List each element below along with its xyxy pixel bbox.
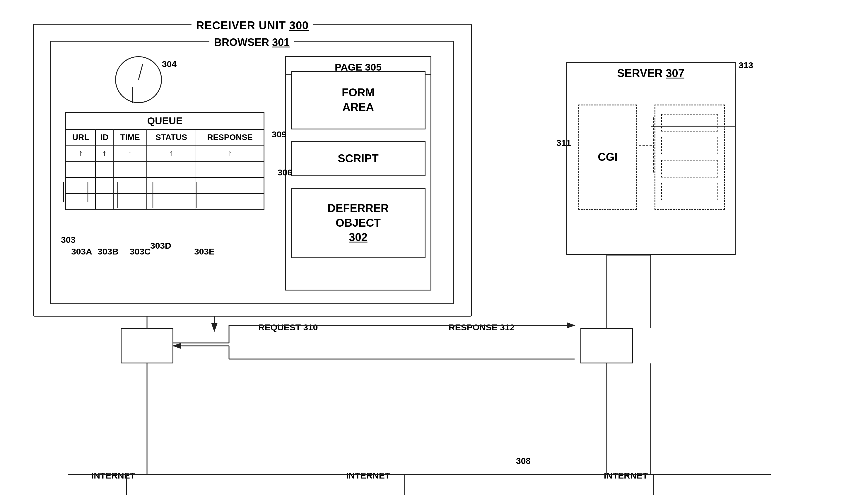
db-row-2 — [661, 137, 718, 154]
db-row-1 — [661, 114, 718, 132]
form-area-text: FORMAREA — [342, 85, 374, 114]
diagram-container: RECEIVER UNIT 300 BROWSER 301 304 QUEUE — [24, 15, 844, 489]
receiver-unit-title: RECEIVER UNIT 300 — [192, 19, 313, 32]
cgi-text: CGI — [598, 151, 618, 163]
network-box-right — [580, 328, 633, 363]
db-row-4 — [661, 183, 718, 200]
ref-306: 306 — [278, 167, 292, 177]
internet-label-right: INTERNET — [604, 471, 648, 481]
queue-ref-main: 303 — [61, 235, 75, 245]
queue-ref-b: 303B — [97, 247, 118, 257]
queue-ref-d: 303D — [150, 241, 171, 251]
form-area-box: FORMAREA — [291, 71, 425, 130]
response-text: RESPONSE 312 — [449, 322, 515, 332]
browser-title: BROWSER 301 — [209, 36, 294, 49]
request-text: REQUEST 310 — [258, 322, 318, 332]
arrow-time: ↑ — [128, 148, 132, 158]
ref-308: 308 — [516, 456, 531, 466]
arrow-response: ↑ — [228, 148, 232, 158]
server-title: SERVER 307 — [567, 63, 735, 81]
server-ref: 307 — [666, 67, 684, 79]
clock-ref: 304 — [162, 59, 177, 69]
clock-circle — [115, 56, 162, 103]
cgi-box: CGI — [578, 104, 637, 210]
ref-311: 311 — [556, 138, 571, 148]
clock-hand — [138, 64, 143, 80]
queue-table: URL ID TIME STATUS RESPONSE ↑ ↑ ↑ ↑ — [65, 129, 265, 210]
arrow-url: ↑ — [79, 148, 83, 158]
ref-313: 313 — [738, 60, 753, 70]
script-text: SCRIPT — [338, 152, 378, 165]
response-label: RESPONSE 312 — [449, 322, 515, 332]
db-box — [654, 104, 725, 210]
internet-label-center: INTERNET — [346, 471, 390, 481]
internet-label-left: INTERNET — [91, 471, 135, 481]
ref-309: 309 — [272, 130, 286, 140]
queue-ref-e: 303E — [194, 247, 215, 257]
table-row — [66, 194, 264, 210]
table-row: ↑ ↑ ↑ ↑ ↑ — [66, 145, 264, 161]
receiver-unit-box: RECEIVER UNIT 300 BROWSER 301 304 QUEUE — [33, 24, 472, 317]
browser-ref: 301 — [272, 36, 290, 48]
queue-ref-c: 303C — [130, 247, 151, 257]
db-row-3 — [661, 160, 718, 177]
receiver-ref: 300 — [289, 19, 309, 32]
script-box: SCRIPT — [291, 141, 425, 176]
col-time: TIME — [113, 129, 146, 145]
deferrer-text: DEFERREROBJECT302 — [328, 201, 389, 245]
queue-ref-a: 303A — [71, 247, 92, 257]
server-inner: CGI — [567, 81, 735, 249]
queue-container: QUEUE URL ID TIME STATUS RESPONSE ↑ — [65, 112, 265, 210]
request-label: REQUEST 310 — [258, 322, 318, 332]
arrow-id: ↑ — [103, 148, 106, 158]
col-url: URL — [66, 129, 96, 145]
browser-box: BROWSER 301 304 QUEUE URL ID TIME — [50, 41, 454, 304]
col-status: STATUS — [147, 129, 196, 145]
table-row — [66, 177, 264, 194]
deferrer-box: DEFERREROBJECT302 — [291, 188, 425, 258]
network-box-left — [121, 328, 173, 363]
col-response: RESPONSE — [196, 129, 264, 145]
server-box: SERVER 307 CGI — [566, 62, 736, 255]
table-row — [66, 161, 264, 177]
queue-title: QUEUE — [65, 112, 265, 129]
clock-container: 304 — [115, 56, 162, 103]
col-id: ID — [95, 129, 113, 145]
arrow-status: ↑ — [169, 148, 173, 158]
